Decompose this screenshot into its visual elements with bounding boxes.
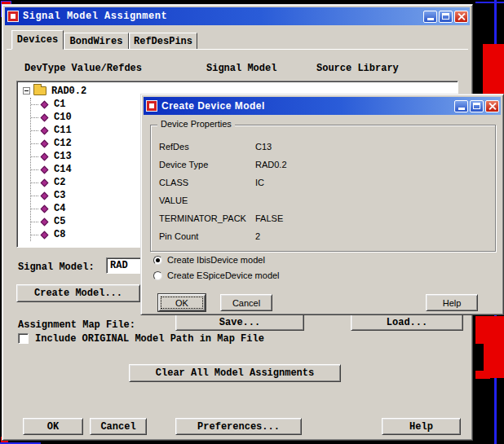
tree-item-label: C5 bbox=[54, 216, 65, 227]
folder-icon bbox=[33, 86, 46, 95]
dialog-minimize-button[interactable] bbox=[454, 100, 468, 112]
device-properties-group-label: Device Properties bbox=[157, 119, 235, 129]
dialog-cancel-button[interactable]: Cancel bbox=[220, 294, 272, 311]
help-button[interactable]: Help bbox=[382, 418, 461, 435]
load-label: Load... bbox=[387, 317, 427, 328]
radio-button-icon[interactable] bbox=[153, 256, 162, 265]
tree-connector bbox=[31, 156, 38, 157]
help-label: Help bbox=[409, 421, 433, 433]
tree-item-label: C3 bbox=[54, 190, 65, 201]
capacitor-icon bbox=[41, 204, 49, 213]
ok-label: OK bbox=[47, 421, 59, 433]
radio-espice-device[interactable]: Create ESpiceDevice model bbox=[153, 270, 280, 280]
prop-label-value: VALUE bbox=[159, 196, 188, 205]
minimize-button[interactable] bbox=[423, 11, 437, 23]
close-icon bbox=[458, 13, 465, 20]
dialog-close-button[interactable] bbox=[485, 100, 499, 112]
prop-label-class: CLASS bbox=[159, 178, 188, 187]
include-original-path-checkbox[interactable] bbox=[18, 333, 29, 344]
prop-value-terminator-pack: FALSE bbox=[255, 213, 283, 223]
radio-ibis-device[interactable]: Create IbisDevice model bbox=[153, 255, 265, 265]
radio-ibis-label: Create IbisDevice model bbox=[167, 255, 265, 265]
capacitor-icon bbox=[41, 126, 49, 134]
prop-value-class: IC bbox=[255, 178, 264, 187]
dialog-ok-button[interactable]: OK bbox=[158, 294, 206, 311]
tree-connector bbox=[31, 130, 38, 131]
dialog-help-label: Help bbox=[443, 298, 462, 308]
close-icon bbox=[489, 103, 496, 110]
tree-item-label: C8 bbox=[54, 229, 65, 240]
pcb-trace-top bbox=[475, 2, 504, 3]
minimize-icon bbox=[458, 108, 465, 110]
tree-connector bbox=[31, 104, 38, 105]
close-button[interactable] bbox=[454, 11, 468, 23]
capacitor-icon bbox=[41, 191, 49, 200]
window-icon bbox=[7, 11, 19, 22]
dialog-window-icon bbox=[146, 100, 157, 112]
capacitor-icon bbox=[41, 218, 49, 226]
tree-item-label: C4 bbox=[54, 203, 65, 214]
column-header-devtype: DevType Value/Refdes bbox=[24, 63, 142, 74]
column-header-signal-model: Signal Model bbox=[206, 63, 276, 74]
ok-button[interactable]: OK bbox=[23, 418, 83, 435]
dialog-help-button[interactable]: Help bbox=[426, 294, 478, 311]
tree-connector bbox=[31, 235, 38, 235]
column-header-source-library: Source Library bbox=[316, 63, 399, 74]
prop-label-pin-count: Pin Count bbox=[159, 231, 198, 241]
tab-devices-label: Devices bbox=[17, 34, 58, 46]
capacitor-icon bbox=[41, 113, 49, 121]
include-original-path-label: Include ORIGINAL Model Path in Map File bbox=[35, 333, 264, 345]
maximize-icon bbox=[473, 103, 480, 109]
main-titlebar[interactable]: Signal Model Assignment bbox=[5, 7, 470, 25]
tree-item-label: C12 bbox=[54, 138, 72, 149]
tree-connector bbox=[31, 182, 38, 183]
tab-bondwires[interactable]: BondWires bbox=[64, 33, 129, 50]
load-button[interactable]: Load... bbox=[351, 314, 463, 331]
tab-refdespins-label: RefDesPins bbox=[134, 36, 192, 47]
main-window-title: Signal Model Assignment bbox=[23, 11, 422, 22]
prop-value-pin-count: 2 bbox=[255, 231, 260, 241]
tree-item-label: C2 bbox=[54, 177, 65, 188]
tree-connector bbox=[31, 143, 38, 144]
capacitor-icon bbox=[41, 178, 49, 187]
cancel-button[interactable]: Cancel bbox=[90, 418, 147, 435]
capacitor-icon bbox=[41, 165, 49, 174]
tab-panel-edge bbox=[7, 49, 468, 50]
radio-button-icon[interactable] bbox=[153, 271, 162, 280]
clear-all-assignments-button[interactable]: Clear All Model Assignments bbox=[129, 364, 341, 382]
tab-devices[interactable]: Devices bbox=[11, 30, 64, 50]
tree-connector bbox=[31, 196, 38, 196]
tree-item-label: C1 bbox=[54, 99, 65, 110]
expander-icon[interactable] bbox=[23, 87, 30, 95]
maximize-icon bbox=[442, 13, 449, 20]
capacitor-icon bbox=[41, 152, 49, 160]
maximize-button[interactable] bbox=[439, 11, 453, 23]
prop-value-refdes: C13 bbox=[255, 142, 272, 152]
prop-label-terminator-pack: TERMINATOR_PACK bbox=[159, 213, 246, 223]
tree-root-label: RAD0.2 bbox=[51, 86, 86, 97]
tree-item-label: C14 bbox=[54, 164, 72, 175]
dialog-maximize-button[interactable] bbox=[470, 100, 484, 112]
tree-connector bbox=[31, 222, 38, 222]
minimize-icon bbox=[427, 18, 434, 20]
create-model-button[interactable]: Create Model... bbox=[16, 284, 140, 302]
dialog-cancel-label: Cancel bbox=[232, 298, 260, 308]
tree-connector bbox=[31, 209, 38, 209]
tab-refdespins[interactable]: RefDesPins bbox=[129, 33, 197, 50]
dialog-titlebar[interactable]: Create Device Model bbox=[144, 97, 501, 115]
capacitor-icon bbox=[41, 231, 49, 239]
tree-item-label: C13 bbox=[54, 151, 72, 162]
assignment-map-file-label: Assignment Map File: bbox=[18, 319, 135, 331]
dialog-ok-label: OK bbox=[175, 298, 188, 308]
preferences-button[interactable]: Preferences... bbox=[175, 418, 302, 435]
radio-espice-label: Create ESpiceDevice model bbox=[167, 270, 280, 280]
pcb-pad-topright bbox=[483, 44, 504, 95]
tree-connector bbox=[31, 169, 38, 170]
save-button[interactable]: Save... bbox=[175, 314, 304, 331]
preferences-label: Preferences... bbox=[197, 421, 280, 433]
cancel-label: Cancel bbox=[100, 421, 135, 433]
dialog-title: Create Device Model bbox=[161, 100, 453, 112]
prop-label-device-type: Device Type bbox=[159, 160, 208, 169]
clear-all-label: Clear All Model Assignments bbox=[156, 367, 314, 379]
signal-model-label: Signal Model: bbox=[18, 262, 95, 273]
